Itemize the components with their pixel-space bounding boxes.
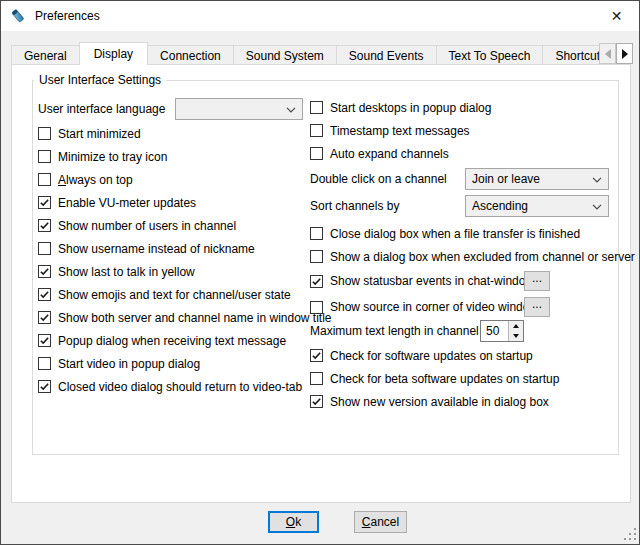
close-icon: ✕ <box>611 8 623 24</box>
checkbox-show-a-dialog-box-when-excluded-from-channel-or-server[interactable] <box>310 250 323 263</box>
checkbox-label[interactable]: Popup dialog when receiving text message <box>58 334 286 348</box>
spinbox-maximum-text-length-in-channel-list[interactable]: 50 <box>480 320 524 342</box>
checkbox-enable-vu-meter-updates[interactable] <box>38 196 51 209</box>
checkbox-label[interactable]: Check for software updates on startup <box>330 349 533 363</box>
app-icon <box>10 8 26 24</box>
checkbox-label[interactable]: Always on top <box>58 173 133 187</box>
checkbox-row-start-minimized: Start minimized <box>38 125 312 142</box>
scroll-right-icon <box>622 49 628 59</box>
checkbox-row-show-source-in-corner-of-video-window: Show source in corner of video window... <box>310 297 624 317</box>
cancel-button[interactable]: Cancel <box>354 511 407 533</box>
checkbox-label[interactable]: Timestamp text messages <box>330 124 470 138</box>
groupbox-title: User Interface Settings <box>34 73 166 87</box>
checkbox-row-show-statusbar-events-in-chat-window: Show statusbar events in chat-window... <box>310 271 624 291</box>
combobox-double-click-on-a-channel[interactable]: Join or leave <box>465 168 609 190</box>
settings-right-column: Start desktops in popup dialogTimestamp … <box>310 99 624 416</box>
checkbox-show-username-instead-of-nickname[interactable] <box>38 242 51 255</box>
checkbox-row-show-a-dialog-box-when-excluded-from-channel-or-server: Show a dialog box when excluded from cha… <box>310 248 624 265</box>
checkbox-label[interactable]: Show last to talk in yellow <box>58 265 195 279</box>
checkbox-row-show-new-version-available-in-dialog-box: Show new version available in dialog box <box>310 393 624 410</box>
field-label: Maximum text length in channel list <box>310 324 497 338</box>
checkbox-label[interactable]: Show a dialog box when excluded from cha… <box>330 250 635 264</box>
checkbox-show-both-server-and-channel-name-in-window-title[interactable] <box>38 311 51 324</box>
chevron-down-icon <box>592 172 602 186</box>
ellipsis-button-show-source-in-corner-of-video-window[interactable]: ... <box>524 297 550 317</box>
close-button[interactable]: ✕ <box>594 1 639 31</box>
checkbox-check-for-beta-software-updates-on-startup[interactable] <box>310 372 323 385</box>
combobox-user-interface-language[interactable] <box>175 98 303 120</box>
checkbox-row-show-username-instead-of-nickname: Show username instead of nickname <box>38 240 312 257</box>
resize-grip[interactable] <box>624 528 636 540</box>
checkbox-row-start-desktops-in-popup-dialog: Start desktops in popup dialog <box>310 99 624 116</box>
checkbox-start-minimized[interactable] <box>38 127 51 140</box>
tab-scroll-left-button[interactable] <box>599 43 616 64</box>
select-row-user-interface-language: User interface language <box>38 98 312 120</box>
checkbox-row-show-both-server-and-channel-name-in-window-title: Show both server and channel name in win… <box>38 309 312 326</box>
checkbox-label[interactable]: Show username instead of nickname <box>58 242 255 256</box>
checkbox-start-desktops-in-popup-dialog[interactable] <box>310 101 323 114</box>
checkbox-label[interactable]: Start desktops in popup dialog <box>330 101 491 115</box>
tab-sound-events[interactable]: Sound Events <box>336 45 437 65</box>
window-title: Preferences <box>35 9 100 23</box>
chevron-down-icon <box>592 199 602 213</box>
checkbox-show-source-in-corner-of-video-window[interactable] <box>310 301 323 314</box>
checkbox-label[interactable]: Show number of users in channel <box>58 219 236 233</box>
scroll-left-icon <box>605 49 611 59</box>
spin-up-button[interactable] <box>509 321 523 331</box>
checkbox-label[interactable]: Show statusbar events in chat-window <box>330 274 534 288</box>
tab-text-to-speech[interactable]: Text To Speech <box>436 45 544 65</box>
checkbox-always-on-top[interactable] <box>38 173 51 186</box>
title-bar[interactable]: Preferences ✕ <box>1 1 639 31</box>
tab-connection[interactable]: Connection <box>147 45 234 65</box>
checkbox-check-for-software-updates-on-startup[interactable] <box>310 349 323 362</box>
tab-sound-system[interactable]: Sound System <box>233 45 337 65</box>
checkbox-label[interactable]: Start minimized <box>58 127 141 141</box>
tab-shortcuts[interactable]: Shortcuts <box>542 45 599 65</box>
checkbox-auto-expand-channels[interactable] <box>310 147 323 160</box>
field-label: Double click on a channel <box>310 172 447 186</box>
checkbox-label[interactable]: Close dialog box when a file transfer is… <box>330 227 580 241</box>
checkbox-label[interactable]: Show both server and channel name in win… <box>58 311 332 325</box>
ok-button[interactable]: Ok <box>268 511 319 533</box>
ellipsis-button-show-statusbar-events-in-chat-window[interactable]: ... <box>524 271 550 291</box>
checkbox-minimize-to-tray-icon[interactable] <box>38 150 51 163</box>
checkbox-label[interactable]: Check for beta software updates on start… <box>330 372 559 386</box>
checkbox-show-new-version-available-in-dialog-box[interactable] <box>310 395 323 408</box>
checkbox-show-statusbar-events-in-chat-window[interactable] <box>310 275 323 288</box>
chevron-down-icon <box>286 102 296 116</box>
checkbox-closed-video-dialog-should-return-to-video-tab[interactable] <box>38 380 51 393</box>
checkbox-show-last-to-talk-in-yellow[interactable] <box>38 265 51 278</box>
checkbox-label[interactable]: Show source in corner of video window <box>330 300 538 314</box>
checkbox-label[interactable]: Auto expand channels <box>330 147 449 161</box>
checkbox-label[interactable]: Enable VU-meter updates <box>58 196 196 210</box>
checkbox-row-enable-vu-meter-updates: Enable VU-meter updates <box>38 194 312 211</box>
spin-down-button[interactable] <box>509 331 523 341</box>
settings-left-column: User interface languageStart minimizedMi… <box>38 98 312 401</box>
field-label: Sort channels by <box>310 199 399 213</box>
checkbox-show-number-of-users-in-channel[interactable] <box>38 219 51 232</box>
checkbox-row-show-number-of-users-in-channel: Show number of users in channel <box>38 217 312 234</box>
combobox-sort-channels-by[interactable]: Ascending <box>465 195 609 217</box>
checkbox-start-video-in-popup-dialog[interactable] <box>38 357 51 370</box>
checkbox-timestamp-text-messages[interactable] <box>310 124 323 137</box>
spinbox-value[interactable]: 50 <box>481 321 508 341</box>
tab-display[interactable]: Display <box>79 42 148 65</box>
checkbox-popup-dialog-when-receiving-text-message[interactable] <box>38 334 51 347</box>
checkbox-row-check-for-beta-software-updates-on-startup: Check for beta software updates on start… <box>310 370 624 387</box>
checkbox-label[interactable]: Show new version available in dialog box <box>330 395 549 409</box>
checkbox-label[interactable]: Minimize to tray icon <box>58 150 167 164</box>
checkbox-label[interactable]: Start video in popup dialog <box>58 357 200 371</box>
checkbox-close-dialog-box-when-a-file-transfer-is-finished[interactable] <box>310 227 323 240</box>
tab-general[interactable]: General <box>11 45 80 65</box>
preferences-dialog: Preferences ✕ GeneralDisplayConnectionSo… <box>0 0 640 545</box>
spin-row-maximum-text-length-in-channel-list: Maximum text length in channel list50 <box>310 320 624 342</box>
field-label: User interface language <box>38 102 165 116</box>
tab-scroll-right-button[interactable] <box>616 43 633 64</box>
select-row-sort-channels-by: Sort channels byAscending <box>310 195 624 217</box>
checkbox-label[interactable]: Closed video dialog should return to vid… <box>58 380 302 394</box>
checkbox-row-auto-expand-channels: Auto expand channels <box>310 145 624 162</box>
checkbox-label[interactable]: Show emojis and text for channel/user st… <box>58 288 291 302</box>
tab-bar: GeneralDisplayConnectionSound SystemSoun… <box>11 42 599 65</box>
checkbox-row-always-on-top: Always on top <box>38 171 312 188</box>
checkbox-show-emojis-and-text-for-channel-user-state[interactable] <box>38 288 51 301</box>
